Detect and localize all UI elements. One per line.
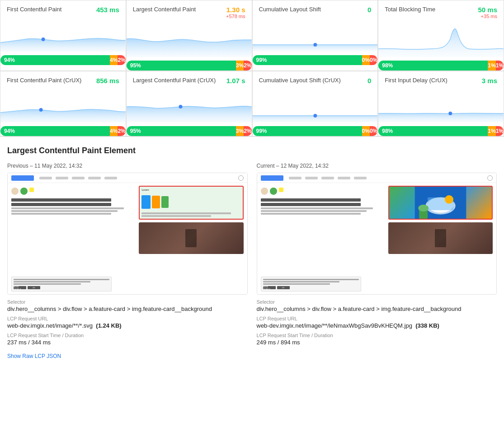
svg-point-5 xyxy=(449,112,452,115)
progress-red-fcp-crux: 2% xyxy=(118,126,125,136)
screenshot-left-current xyxy=(261,186,386,291)
progress-red-cls: 0% xyxy=(370,55,377,65)
metric-tbt-progress: 98% 1% 1% xyxy=(378,61,504,70)
metric-fcp-title: First Contentful Paint xyxy=(7,6,61,13)
metric-cls-progress: 99% 0% 0% xyxy=(253,55,378,65)
text-block-previous xyxy=(11,198,136,215)
lcp-current-metadata: Selector div.hero__columns > div.flow > … xyxy=(257,299,497,346)
featured-box-label-previous: Learn xyxy=(141,188,240,191)
lcp-current-label: Current – 12 May 2022, 14:32 xyxy=(257,163,497,169)
lcp-url-text-prev: web-dev.imgix.net/image/**/*.svg xyxy=(7,322,93,329)
cookie-text xyxy=(14,279,109,280)
text-block-current xyxy=(261,198,386,215)
metric-lcp-chart xyxy=(127,21,252,57)
more-details-btn-current[interactable]: MORE DETAILS xyxy=(263,286,276,289)
icons-area-previous xyxy=(11,188,136,195)
nav-links-previous xyxy=(39,177,117,179)
featured-line xyxy=(141,215,211,217)
cookie-text xyxy=(263,281,340,282)
screenshot-nav-previous xyxy=(8,173,247,183)
screenshot-mockup-current: MORE DETAILS OK xyxy=(257,173,497,294)
text-line-sm xyxy=(261,210,367,212)
lcp-previous-label: Previous – 11 May 2022, 14:32 xyxy=(7,163,248,169)
progress-red-lcp: 2% xyxy=(244,61,251,70)
text-line-sm xyxy=(11,210,118,212)
more-details-btn[interactable]: MORE DETAILS xyxy=(14,286,26,289)
ok-btn-current[interactable]: OK xyxy=(277,286,290,289)
progress-green: 94% xyxy=(0,55,110,65)
svg-point-2 xyxy=(39,108,43,112)
metric-fcp-crux: First Contentful Paint (CrUX) 856 ms 94%… xyxy=(0,71,126,136)
case-study-illustration-curr xyxy=(435,229,446,247)
show-raw-lcp-link[interactable]: Show Raw LCP JSON xyxy=(7,353,61,359)
metric-cls-header: Cumulative Layout Shift 0 xyxy=(259,6,372,14)
metric-lcp-crux-title: Largest Contentful Paint (CrUX) xyxy=(133,77,216,84)
nav-logo-previous xyxy=(11,175,34,181)
metric-cls-crux-value: 0 xyxy=(367,77,371,85)
metrics-grid: First Contentful Paint 453 ms 94% 4% 2% xyxy=(0,0,504,137)
nav-logo-current xyxy=(261,175,283,181)
lcp-url-value-curr: web-dev.imgix.net/image/**/leNmaxWbgSav9… xyxy=(257,322,497,329)
case-study-bg xyxy=(139,222,243,254)
progress-orange-fcp-crux: 4% xyxy=(110,126,118,136)
text-line-hero2 xyxy=(11,203,111,206)
case-study-bg-curr xyxy=(388,222,493,254)
cookie-banner-previous: MORE DETAILS OK xyxy=(11,277,112,291)
icon-placeholder xyxy=(20,188,28,195)
cookie-text xyxy=(263,283,330,285)
lcp-url-size-curr: (338 KB) xyxy=(415,322,439,329)
icon-placeholder xyxy=(279,188,283,192)
featured-line xyxy=(141,212,231,214)
metric-fcp-crux-header: First Contentful Paint (CrUX) 856 ms xyxy=(7,77,119,85)
svg-point-4 xyxy=(313,114,317,118)
lcp-start-value-curr: 249 ms / 894 ms xyxy=(257,339,497,346)
screenshot-nav-current xyxy=(257,173,497,183)
selector-label-prev: Selector xyxy=(7,299,248,305)
illustration xyxy=(141,195,151,209)
cookie-buttons: MORE DETAILS OK xyxy=(14,286,109,289)
metric-fcp: First Contentful Paint 453 ms 94% 4% 2% xyxy=(0,0,126,71)
nav-search-icon xyxy=(238,175,244,181)
nav-search-icon-current xyxy=(487,175,493,181)
icon-placeholder xyxy=(29,188,34,192)
icon-placeholder xyxy=(261,188,268,195)
progress-red: 2% xyxy=(118,55,125,65)
metric-lcp-crux-progress: 95% 3% 2% xyxy=(127,126,252,136)
metric-lcp-crux-value: 1.07 s xyxy=(226,77,245,85)
progress-red-tbt: 1% xyxy=(496,61,504,70)
lcp-start-label-prev: LCP Request Start Time / Duration xyxy=(7,333,248,338)
ok-btn[interactable]: OK xyxy=(28,286,40,289)
metric-lcp-value: 1.30 s xyxy=(226,6,245,14)
svg-point-10 xyxy=(445,195,453,204)
nav-link xyxy=(354,177,367,179)
metric-cls-crux: Cumulative Layout Shift (CrUX) 0 99% 0% … xyxy=(252,71,378,136)
progress-orange-cls-crux: 0% xyxy=(362,126,370,136)
text-line-hero1 xyxy=(11,198,111,202)
selector-value-curr: div.hero__columns > div.flow > a.feature… xyxy=(257,306,497,312)
lcp-start-value-prev: 237 ms / 344 ms xyxy=(7,339,248,346)
cookie-text xyxy=(14,283,81,285)
screenshot-right-current xyxy=(388,186,493,291)
metric-fid-crux-chart xyxy=(378,86,504,122)
lcp-previous-pane: Previous – 11 May 2022, 14:32 xyxy=(7,163,248,346)
lcp-url-value-prev: web-dev.imgix.net/image/**/*.svg (1.24 K… xyxy=(7,322,248,329)
text-line-sm xyxy=(11,213,111,215)
metric-cls-value: 0 xyxy=(367,6,371,14)
progress-red-lcp-crux: 2% xyxy=(244,126,251,136)
text-line-sm xyxy=(261,207,373,209)
progress-orange: 4% xyxy=(110,55,118,65)
progress-red-cls-crux: 0% xyxy=(370,126,377,136)
metric-fcp-crux-progress: 94% 4% 2% xyxy=(0,126,126,136)
metric-fid-crux-progress: 98% 1% 1% xyxy=(378,126,504,136)
metric-lcp-crux-header: Largest Contentful Paint (CrUX) 1.07 s xyxy=(133,77,245,85)
metric-fcp-header: First Contentful Paint 453 ms xyxy=(7,6,119,14)
featured-box-lines-previous xyxy=(141,212,240,217)
current-featured-illustration xyxy=(389,187,492,219)
metric-fcp-crux-title: First Contentful Paint (CrUX) xyxy=(7,77,81,84)
lcp-url-label-curr: LCP Request URL xyxy=(257,316,497,321)
metric-fid-crux-header: First Input Delay (CrUX) 3 ms xyxy=(385,77,497,85)
progress-orange-lcp-crux: 3% xyxy=(236,126,244,136)
lcp-url-text-curr: web-dev.imgix.net/image/**/leNmaxWbgSav9… xyxy=(257,322,412,329)
lcp-url-size-prev: (1.24 KB) xyxy=(96,322,121,329)
metric-fid-crux: First Input Delay (CrUX) 3 ms 98% 1% 1% xyxy=(378,71,504,136)
